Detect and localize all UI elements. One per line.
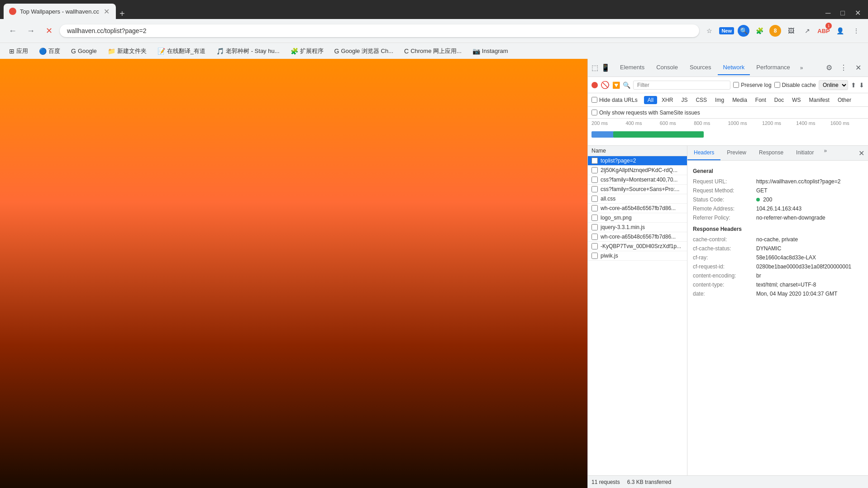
filter-other[interactable]: Other (834, 96, 855, 104)
tab-console[interactable]: Console (651, 60, 683, 75)
filter-doc[interactable]: Doc (771, 96, 787, 104)
devtools-settings-button[interactable]: ⚙ (823, 62, 835, 74)
devtools-inspect-icon[interactable]: ⬚ (591, 63, 598, 72)
bookmark-extensions[interactable]: 🧩扩展程序 (287, 46, 327, 56)
filter-all[interactable]: All (644, 96, 657, 104)
filter-toggle-button[interactable]: 🔽 (612, 81, 620, 89)
filter-img[interactable]: Img (711, 96, 728, 104)
request-item-10[interactable]: piwik.js (588, 251, 687, 261)
request-item-8[interactable]: wh-core-a65b48c6567fb7d86... (588, 232, 687, 242)
request-item-2[interactable]: css?family=Montserrat:400,70... (588, 175, 687, 185)
active-tab[interactable]: Top Wallpapers - wallhaven.cc ✕ (4, 4, 116, 19)
same-site-label[interactable]: Only show requests with SameSite issues (591, 110, 700, 116)
req-checkbox-3[interactable] (591, 186, 598, 192)
bookmark-apps[interactable]: ⊞应用 (5, 46, 32, 56)
req-checkbox-0[interactable] (591, 158, 598, 164)
tab-sources[interactable]: Sources (684, 60, 717, 75)
same-site-checkbox[interactable] (591, 110, 597, 115)
import-button[interactable]: ⬆ (851, 81, 856, 89)
filter-ws[interactable]: WS (788, 96, 804, 104)
devtools-more-button[interactable]: ⋮ (837, 62, 850, 74)
tab-close-button[interactable]: ✕ (103, 6, 110, 17)
bookmark-star-icon[interactable]: ☆ (703, 24, 715, 37)
devtools-device-icon[interactable]: 📱 (601, 63, 610, 72)
bookmark-music[interactable]: 🎵老郭种树 - Stay hu... (213, 46, 283, 56)
throttle-select[interactable]: Online (819, 80, 848, 90)
new-tab-button[interactable]: + (116, 9, 129, 19)
req-checkbox-8[interactable] (591, 234, 598, 240)
filter-manifest[interactable]: Manifest (806, 96, 833, 104)
request-item-3[interactable]: css?family=Source+Sans+Pro:... (588, 185, 687, 194)
devtools-close-button[interactable]: ✕ (852, 62, 864, 74)
req-checkbox-2[interactable] (591, 177, 598, 183)
filter-css[interactable]: CSS (692, 96, 711, 104)
back-button[interactable]: ← (5, 24, 20, 38)
bookmark-google[interactable]: GGoogle (67, 47, 100, 56)
request-item-6[interactable]: logo_sm.png (588, 213, 687, 223)
lens-icon[interactable]: 🔍 (738, 25, 749, 37)
clear-button[interactable]: 🚫 (601, 81, 610, 89)
disable-cache-label[interactable]: Disable cache (774, 82, 816, 88)
export-button[interactable]: ⬇ (859, 81, 864, 89)
detail-tab-preview[interactable]: Preview (720, 146, 753, 160)
bookmark-baidu[interactable]: 🔵百度 (35, 46, 64, 56)
bookmark-web-store[interactable]: CChrome 网上应用... (401, 46, 465, 56)
req-checkbox-6[interactable] (591, 215, 598, 221)
detail-close-button[interactable]: ✕ (855, 146, 868, 160)
minimize-button[interactable]: ─ (822, 7, 834, 19)
hide-urls-checkbox[interactable] (591, 97, 597, 103)
maximize-button[interactable]: □ (837, 7, 849, 19)
req-checkbox-1[interactable] (591, 167, 598, 173)
photo-icon[interactable]: 🖼 (785, 24, 797, 37)
close-window-button[interactable]: ✕ (851, 7, 864, 19)
request-item-1[interactable]: 2lj50KgAllptNznqedPKdC-rdQ... (588, 166, 687, 175)
req-checkbox-10[interactable] (591, 253, 598, 259)
devtools-panel: ⬚ 📱 Elements Console Sources Network Per… (587, 59, 868, 488)
detail-tab-response[interactable]: Response (753, 146, 790, 160)
adblock-icon[interactable]: ABP 1 (817, 24, 830, 37)
filter-input[interactable] (633, 81, 730, 90)
puzzle-icon[interactable]: 🧩 (753, 24, 766, 37)
wallpaper-4[interactable] (296, 273, 574, 341)
request-item-4[interactable]: all.css (588, 194, 687, 204)
reload-button[interactable]: ✕ (42, 24, 56, 38)
detail-tab-initiator[interactable]: Initiator (790, 146, 820, 160)
preserve-log-label[interactable]: Preserve log (733, 82, 771, 88)
filter-font[interactable]: Font (752, 96, 770, 104)
new-ext-icon[interactable]: New (719, 27, 734, 34)
bookmark-translate[interactable]: 📝在线翻译_有道 (154, 46, 209, 56)
record-button[interactable] (591, 82, 598, 88)
user-8-icon[interactable]: 8 (769, 25, 781, 37)
tl-1400: 1400 ms (796, 120, 830, 126)
filter-media[interactable]: Media (729, 96, 751, 104)
tab-elements[interactable]: Elements (615, 60, 650, 75)
bookmark-chrome-help[interactable]: GGoogle 浏览器 Ch... (331, 46, 397, 56)
bookmark-instagram[interactable]: 📷Instagram (469, 47, 512, 56)
request-url-val[interactable]: https://wallhaven.cc/toplist?page=2 (756, 178, 863, 185)
devtools-more-tabs[interactable]: » (796, 63, 807, 73)
req-checkbox-4[interactable] (591, 196, 598, 202)
filter-xhr[interactable]: XHR (658, 96, 677, 104)
forward-button[interactable]: → (24, 24, 38, 38)
tab-network[interactable]: Network (718, 60, 750, 75)
disable-cache-checkbox[interactable] (774, 82, 780, 88)
hide-urls-label[interactable]: Hide data URLs (591, 97, 638, 103)
share-icon[interactable]: ↗ (801, 24, 814, 37)
filter-js[interactable]: JS (677, 96, 691, 104)
request-item-7[interactable]: jquery-3.3.1.min.js (588, 223, 687, 232)
preserve-log-checkbox[interactable] (733, 82, 739, 88)
bookmark-folder[interactable]: 📁新建文件夹 (104, 46, 150, 56)
req-checkbox-7[interactable] (591, 224, 598, 230)
request-item-5[interactable]: wh-core-a65b48c6567fb7d86... (588, 204, 687, 213)
address-input[interactable] (60, 24, 699, 37)
detail-tabs-more[interactable]: » (820, 146, 830, 160)
request-item-9[interactable]: -KyQBP7Tvw_00DHl0SrzXdf1p... (588, 242, 687, 251)
tab-performance[interactable]: Performance (751, 60, 795, 75)
req-checkbox-5[interactable] (591, 205, 598, 211)
menu-icon[interactable]: ⋮ (850, 24, 863, 37)
account-icon[interactable]: 👤 (834, 24, 846, 37)
request-item-0[interactable]: toplist?page=2 (588, 156, 687, 166)
req-checkbox-9[interactable] (591, 243, 598, 249)
detail-tab-headers[interactable]: Headers (687, 146, 720, 160)
search-toggle-button[interactable]: 🔍 (623, 81, 630, 89)
